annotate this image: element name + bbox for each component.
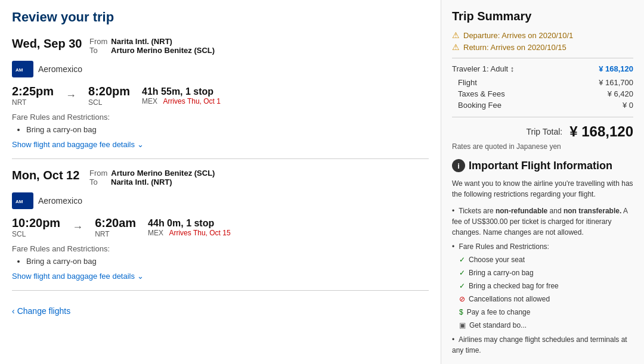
sub-bullet-checked-text: Bring a checked bag for free (469, 281, 559, 291)
stop-info-1: MEX Arrives Thu, Oct 1 (142, 97, 221, 105)
depart-airport-2: SCL (12, 230, 60, 238)
change-flights-label: Change flights (17, 306, 71, 316)
sub-bullet-fee-change: $ Pay a fee to change (459, 307, 633, 318)
taxes-cost-row: Taxes & Fees ¥ 6,420 (452, 88, 633, 99)
traveler-header: Traveler 1: Adult ↕ ¥ 168,120 (452, 64, 633, 73)
warning-departure-text: Departure: Arrives on 2020/10/1 (463, 31, 573, 40)
sub-bullet-list: ✓ Choose your seat ✓ Bring a carry-on ba… (452, 254, 633, 331)
airline-row-1: AM Aeromexico (12, 61, 429, 77)
sub-bullet-carryon: ✓ Bring a carry-on bag (459, 267, 633, 278)
bullet-airlines-change: • Airlines may change flight schedules a… (452, 334, 633, 356)
trip-total-amount: ¥ 168,120 (569, 123, 633, 140)
svg-text:AM: AM (16, 67, 23, 73)
show-details-link-2[interactable]: Show flight and baggage fee details ⌄ (12, 272, 144, 281)
warning-return-text: Return: Arrives on 2020/10/15 (463, 43, 566, 52)
fare-rules-label-1: Fare Rules and Restrictions: (12, 113, 429, 122)
segment-date-1: Wed, Sep 30 (12, 37, 89, 51)
change-flights-link[interactable]: ‹ Change flights (12, 306, 70, 316)
left-panel: Review your trip Wed, Sep 30 From Narita… (0, 0, 441, 364)
check-icon-checked: ✓ (459, 281, 465, 291)
chevron-left-icon: ‹ (12, 306, 15, 316)
yen-note: Rates are quoted in Japanese yen (452, 142, 633, 151)
check-icon-seat: ✓ (459, 254, 465, 265)
from-label-1: From (89, 37, 107, 46)
flight-cost-price: ¥ 161,700 (599, 78, 633, 87)
to-label-1: To (89, 46, 107, 55)
depart-time-2: 10:20pm (12, 216, 60, 230)
to-value-1: Arturo Merino Benitez (SCL) (111, 46, 215, 55)
flight-cost-row: Flight ¥ 161,700 (452, 77, 633, 88)
sub-bullet-seat: ✓ Choose your seat (459, 254, 633, 265)
arrive-airport-1: SCL (88, 98, 130, 107)
airline-logo-1: AM (12, 61, 33, 77)
duration-2: 44h 0m, 1 stop (148, 218, 231, 229)
booking-cost-label: Booking Fee (452, 101, 501, 110)
airline-logo-2: AM (12, 192, 33, 209)
page-title: Review your trip (12, 10, 429, 25)
from-value-2: Arturo Merino Benitez (SCL) (111, 169, 215, 178)
sub-bullet-seat-text: Choose your seat (469, 254, 525, 265)
to-label-2: To (89, 178, 107, 186)
arrive-time-2: 6:20am (95, 216, 136, 230)
traveler-label: Traveler 1: Adult ↕ (452, 64, 514, 73)
arrive-airport-2: NRT (95, 230, 136, 238)
svg-text:AM: AM (16, 199, 23, 204)
stop-info-2: MEX Arrives Thu, Oct 15 (148, 229, 231, 237)
right-panel: Trip Summary ⚠ Departure: Arrives on 202… (441, 0, 644, 364)
taxes-cost-price: ¥ 6,420 (608, 89, 633, 98)
airline-name-2: Aeromexico (38, 196, 82, 206)
flight-cost-label: Flight (452, 78, 477, 87)
sub-bullet-cancellations: ⊘ Cancellations not allowed (459, 294, 633, 304)
sub-bullet-standard-box: ▣ Get standard bo... (459, 320, 633, 331)
sub-bullet-fee-change-text: Pay a fee to change (467, 307, 531, 318)
flight-times-1: 2:25pm NRT → 8:20pm SCL 41h 55m, 1 stop … (12, 85, 429, 107)
info-circle-icon: i (452, 159, 465, 172)
important-info-title: i Important Flight Information (452, 159, 633, 172)
arrives-notice-2: Arrives Thu, Oct 15 (169, 229, 230, 237)
flight-segment-1: Wed, Sep 30 From Narita Intl. (NRT) To A… (12, 37, 429, 159)
duration-1: 41h 55m, 1 stop (142, 86, 221, 97)
segment-route-2: From Arturo Merino Benitez (SCL) To Nari… (89, 169, 215, 186)
traveler-price: ¥ 168,120 (599, 64, 633, 73)
to-value-2: Narita Intl. (NRT) (111, 178, 172, 186)
important-info-label: Important Flight Information (469, 160, 612, 172)
warning-icon-return: ⚠ (452, 42, 460, 52)
fare-rule-item: Bring a carry-on bag (26, 125, 429, 134)
duration-block-2: 44h 0m, 1 stop MEX Arrives Thu, Oct 15 (148, 218, 231, 237)
depart-block-2: 10:20pm SCL (12, 216, 60, 238)
arrive-time-1: 8:20pm (88, 85, 130, 98)
fare-rules-list-1: Bring a carry-on bag (12, 125, 429, 134)
sub-bullet-checked: ✓ Bring a checked bag for free (459, 281, 633, 291)
show-details-link-1[interactable]: Show flight and baggage fee details ⌄ (12, 140, 144, 149)
no-icon-cancellations: ⊘ (459, 294, 465, 304)
segment-header-2: Mon, Oct 12 From Arturo Merino Benitez (… (12, 169, 429, 186)
trip-total-row: Trip Total: ¥ 168,120 (452, 123, 633, 140)
sub-bullet-standard-box-text: Get standard bo... (469, 320, 527, 331)
duration-block-1: 41h 55m, 1 stop MEX Arrives Thu, Oct 1 (142, 86, 221, 105)
flight-segment-2: Mon, Oct 12 From Arturo Merino Benitez (… (12, 169, 429, 291)
depart-block-1: 2:25pm NRT (12, 85, 54, 107)
trip-total-label: Trip Total: (527, 127, 563, 136)
bullet-non-refundable: • Tickets are non-refundable and non tra… (452, 206, 633, 238)
arrive-block-2: 6:20am NRT (95, 216, 136, 238)
sub-bullet-cancellations-text: Cancellations not allowed (469, 294, 550, 304)
fare-rules-label-2: Fare Rules and Restrictions: (12, 244, 429, 253)
flight-times-2: 10:20pm SCL → 6:20am NRT 44h 0m, 1 stop … (12, 216, 429, 238)
trip-summary-title: Trip Summary (452, 10, 633, 23)
from-label-2: From (89, 169, 107, 178)
booking-cost-row: Booking Fee ¥ 0 (452, 99, 633, 111)
dollar-icon-change: $ (459, 307, 463, 318)
arrive-block-1: 8:20pm SCL (88, 85, 130, 107)
from-value-1: Narita Intl. (NRT) (111, 37, 172, 46)
airline-name-1: Aeromexico (38, 64, 82, 74)
check-icon-carryon: ✓ (459, 267, 465, 278)
fare-rules-list-2: Bring a carry-on bag (12, 257, 429, 266)
depart-airport-1: NRT (12, 98, 54, 107)
warning-departure: ⚠ Departure: Arrives on 2020/10/1 (452, 30, 633, 40)
arrives-notice-1: Arrives Thu, Oct 1 (163, 97, 220, 105)
important-bullets: • Tickets are non-refundable and non tra… (452, 206, 633, 356)
box-icon-standard: ▣ (459, 320, 466, 331)
arrow-icon-1: → (66, 89, 76, 102)
info-paragraph: We want you to know the airline you're t… (452, 178, 633, 200)
sub-bullet-carryon-text: Bring a carry-on bag (469, 267, 534, 278)
